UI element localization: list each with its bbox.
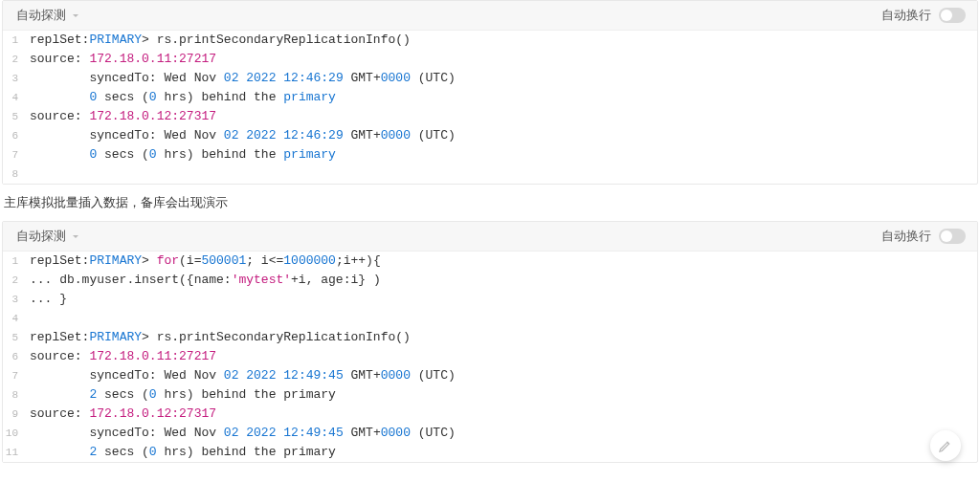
code-block-2: 自动探测 自动换行 1replSet:PRIMARY> for(i=500001… — [2, 221, 978, 463]
line-number: 11 — [3, 443, 24, 462]
code-line: 6source: 172.18.0.11:27217 — [3, 347, 977, 366]
wrap-toggle[interactable] — [939, 8, 966, 23]
code-line: 3... } — [3, 290, 977, 309]
line-number: 7 — [3, 145, 24, 164]
line-number: 5 — [3, 328, 24, 347]
line-number: 2 — [3, 50, 24, 69]
code-line: 1replSet:PRIMARY> for(i=500001; i<=10000… — [3, 252, 977, 271]
code-content: replSet:PRIMARY> rs.printSecondaryReplic… — [24, 328, 977, 347]
toolbar-right: 自动换行 — [881, 7, 966, 24]
toolbar-right: 自动换行 — [881, 228, 966, 245]
code-line: 5source: 172.18.0.12:27317 — [3, 107, 977, 126]
language-detect-dropdown[interactable]: 自动探测 — [16, 228, 78, 245]
line-number: 9 — [3, 405, 24, 424]
language-detect-dropdown[interactable]: 自动探测 — [16, 7, 78, 24]
line-number: 6 — [3, 126, 24, 145]
line-number: 1 — [3, 252, 24, 271]
code-line: 8 — [3, 164, 977, 184]
code-line: 2source: 172.18.0.11:27217 — [3, 50, 977, 69]
code-line: 5replSet:PRIMARY> rs.printSecondaryRepli… — [3, 328, 977, 347]
wrap-label: 自动换行 — [881, 228, 931, 245]
code-content: syncedTo: Wed Nov 02 2022 12:49:45 GMT+0… — [24, 424, 977, 443]
line-number: 1 — [3, 31, 24, 50]
line-number: 4 — [3, 88, 24, 107]
line-number: 8 — [3, 164, 24, 184]
code-toolbar: 自动探测 自动换行 — [3, 1, 977, 31]
line-number: 6 — [3, 347, 24, 366]
code-content — [24, 309, 977, 328]
line-number: 4 — [3, 309, 24, 328]
code-content: 2 secs (0 hrs) behind the primary — [24, 385, 977, 405]
code-content: ... } — [24, 290, 977, 309]
code-content: 0 secs (0 hrs) behind the primary — [24, 145, 977, 164]
code-line: 1replSet:PRIMARY> rs.printSecondaryRepli… — [3, 31, 977, 50]
code-content: syncedTo: Wed Nov 02 2022 12:46:29 GMT+0… — [24, 126, 977, 145]
code-content: replSet:PRIMARY> rs.printSecondaryReplic… — [24, 31, 977, 50]
pencil-icon — [938, 438, 953, 453]
line-number: 3 — [3, 290, 24, 309]
code-line: 7 0 secs (0 hrs) behind the primary — [3, 145, 977, 164]
code-line: 2... db.myuser.insert({name:'mytest'+i, … — [3, 271, 977, 290]
code-content: source: 172.18.0.12:27317 — [24, 405, 977, 424]
code-line: 8 2 secs (0 hrs) behind the primary — [3, 385, 977, 405]
code-content: source: 172.18.0.11:27217 — [24, 50, 977, 69]
wrap-label: 自动换行 — [881, 7, 931, 24]
code-content: 0 secs (0 hrs) behind the primary — [24, 88, 977, 107]
chevron-down-icon — [73, 14, 78, 17]
code-content: source: 172.18.0.12:27317 — [24, 107, 977, 126]
code-area-2[interactable]: 1replSet:PRIMARY> for(i=500001; i<=10000… — [3, 252, 977, 462]
line-number: 7 — [3, 366, 24, 385]
code-line: 7 syncedTo: Wed Nov 02 2022 12:49:45 GMT… — [3, 366, 977, 385]
code-line: 10 syncedTo: Wed Nov 02 2022 12:49:45 GM… — [3, 424, 977, 443]
line-number: 8 — [3, 385, 24, 405]
code-content: 2 secs (0 hrs) behind the primary — [24, 443, 977, 462]
code-area-1[interactable]: 1replSet:PRIMARY> rs.printSecondaryRepli… — [3, 31, 977, 184]
chevron-down-icon — [73, 235, 78, 238]
code-block-1: 自动探测 自动换行 1replSet:PRIMARY> rs.printSeco… — [2, 0, 978, 185]
line-number: 10 — [3, 424, 24, 443]
code-line: 4 0 secs (0 hrs) behind the primary — [3, 88, 977, 107]
line-number: 2 — [3, 271, 24, 290]
help-fab[interactable] — [930, 430, 961, 461]
code-line: 6 syncedTo: Wed Nov 02 2022 12:46:29 GMT… — [3, 126, 977, 145]
detect-label: 自动探测 — [16, 228, 66, 245]
code-content — [24, 164, 977, 184]
section-caption: 主库模拟批量插入数据，备库会出现演示 — [0, 188, 980, 217]
code-line: 3 syncedTo: Wed Nov 02 2022 12:46:29 GMT… — [3, 69, 977, 88]
code-toolbar: 自动探测 自动换行 — [3, 222, 977, 252]
code-line: 4 — [3, 309, 977, 328]
code-content: source: 172.18.0.11:27217 — [24, 347, 977, 366]
wrap-toggle[interactable] — [939, 229, 966, 244]
line-number: 3 — [3, 69, 24, 88]
detect-label: 自动探测 — [16, 7, 66, 24]
code-line: 11 2 secs (0 hrs) behind the primary — [3, 443, 977, 462]
line-number: 5 — [3, 107, 24, 126]
code-content: replSet:PRIMARY> for(i=500001; i<=100000… — [24, 252, 977, 271]
code-content: ... db.myuser.insert({name:'mytest'+i, a… — [24, 271, 977, 290]
page: 自动探测 自动换行 1replSet:PRIMARY> rs.printSeco… — [0, 0, 980, 463]
code-line: 9source: 172.18.0.12:27317 — [3, 405, 977, 424]
code-content: syncedTo: Wed Nov 02 2022 12:49:45 GMT+0… — [24, 366, 977, 385]
code-content: syncedTo: Wed Nov 02 2022 12:46:29 GMT+0… — [24, 69, 977, 88]
